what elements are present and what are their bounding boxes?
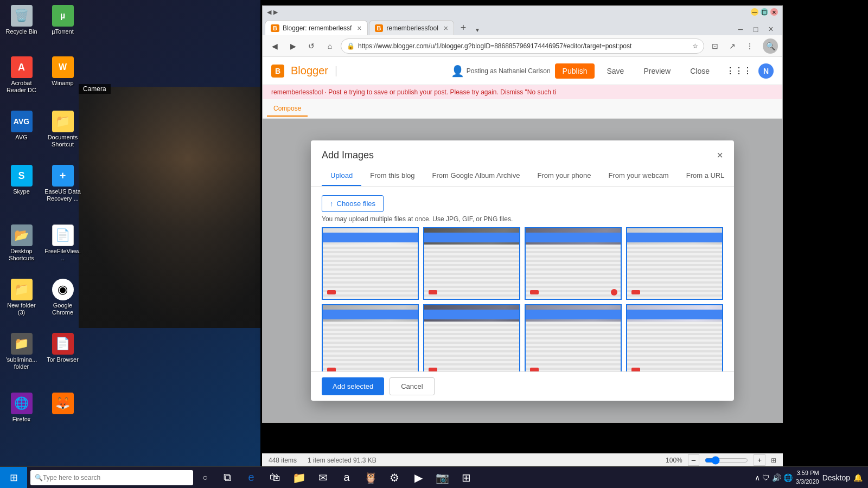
desktop-icon-subliminal[interactable]: 📁 'sublimina... folder (1, 331, 42, 373)
dialog-tab-from-blog[interactable]: From this blog (361, 166, 423, 186)
blogger-divider: | (335, 65, 337, 77)
dialog-tab-upload[interactable]: Upload (322, 166, 361, 186)
image-thumb-8[interactable] (626, 304, 723, 371)
image-thumb-7[interactable] (525, 304, 622, 371)
taskbar-app-unknown2[interactable]: ⊞ (455, 467, 477, 489)
desktop-icon-newfolder[interactable]: 📁 New folder (3) (1, 277, 42, 318)
start-button[interactable]: ⊞ (0, 467, 27, 489)
tab1-close[interactable]: × (357, 24, 361, 33)
address-bar[interactable]: 🔒 ☆ (341, 38, 704, 54)
taskbar-app-tasksview[interactable]: ⧉ (216, 467, 239, 489)
bookmark-icon[interactable]: ☆ (692, 42, 698, 50)
desktop-icon-acrobat[interactable]: A Acrobat Reader DC (1, 54, 42, 96)
cast-button[interactable]: ⊡ (707, 38, 723, 54)
new-tab-button[interactable]: + (455, 20, 471, 35)
close-editor-button[interactable]: Close (682, 63, 717, 79)
home-button[interactable]: ⌂ (322, 38, 337, 54)
compose-tab[interactable]: Compose (267, 101, 308, 117)
zoom-in-button[interactable]: + (754, 454, 765, 466)
image-grid-wrapper[interactable] (311, 227, 734, 371)
image-thumb-2[interactable] (423, 227, 520, 300)
save-button[interactable]: Save (599, 63, 631, 79)
taskbar-app-fileexplorer[interactable]: 📁 (288, 467, 310, 489)
back-button[interactable]: ◀ (267, 38, 282, 54)
cancel-button[interactable]: Cancel (390, 377, 434, 395)
desktop-icon-recycle-bin[interactable]: 🗑️ Recycle Bin (1, 3, 42, 37)
taskbar-app-unknown1[interactable]: ⚙ (383, 467, 406, 489)
desktop-icon-chrome[interactable]: ◉ Google Chrome (42, 277, 83, 318)
dialog-close-button[interactable]: × (717, 149, 723, 162)
search-icon[interactable]: 🔍 (763, 38, 778, 54)
cortana-button[interactable]: ○ (196, 469, 214, 486)
desktop-icon-horus[interactable]: 📄 Tor Browser (42, 331, 83, 365)
newfolder-label: New folder (3) (3, 302, 40, 316)
close-window-button[interactable]: × (770, 8, 778, 16)
systray-network[interactable]: 🌐 (783, 473, 793, 482)
desktop-icon-desktop-shortcuts[interactable]: 📂 Desktop Shortcuts (1, 222, 42, 264)
dialog-tab-google-album[interactable]: From Google Album Archive (424, 166, 529, 186)
add-images-dialog: Add Images × Upload From this blog From … (311, 140, 734, 401)
share-button[interactable]: ↗ (725, 38, 740, 54)
desktop-icon-documents[interactable]: 📁 Documents Shortcut (42, 108, 83, 150)
reload-button[interactable]: ↺ (304, 38, 319, 54)
taskbar-app-media[interactable]: ▶ (407, 467, 430, 489)
zoom-slider[interactable] (705, 456, 748, 465)
dialog-tab-from-url[interactable]: From a URL (678, 166, 733, 186)
desktop-icon-tor[interactable]: 🌐 Firefox (1, 390, 42, 425)
browser-nav-prev[interactable]: ◀ (267, 9, 271, 16)
status-bar-right: 100% – + ⊞ (666, 454, 776, 466)
taskbar-search-input[interactable] (43, 474, 189, 481)
window-close[interactable]: × (764, 23, 778, 35)
forward-button[interactable]: ▶ (285, 38, 301, 54)
apps-grid-icon[interactable]: ⋮⋮⋮ (726, 66, 752, 76)
minimize-button[interactable]: ─ (751, 8, 758, 16)
taskbar-app-store[interactable]: 🛍 (264, 467, 286, 489)
dialog-tab-from-webcam[interactable]: From your webcam (599, 166, 677, 186)
taskbar-app-ie[interactable]: e (240, 467, 263, 489)
image-thumb-5[interactable] (322, 304, 419, 371)
maximize-button[interactable]: □ (761, 8, 768, 16)
tab2-close[interactable]: × (444, 24, 448, 33)
preview-button[interactable]: Preview (636, 63, 678, 79)
choose-files-button[interactable]: ↑ Choose files (322, 195, 384, 212)
view-icons[interactable]: ⊞ (771, 457, 776, 464)
desktop-icon-firefox[interactable]: 🦊 (42, 390, 83, 418)
taskbar-app-amazon[interactable]: a (335, 467, 358, 489)
window-minimize[interactable]: – (733, 23, 748, 35)
browser-nav-next[interactable]: ▶ (273, 9, 278, 16)
camera-preview (79, 87, 260, 328)
acrobat-icon: A (11, 56, 33, 78)
horus-label: Tor Browser (47, 356, 79, 363)
image-thumb-4[interactable] (626, 227, 723, 300)
image-thumb-3[interactable] (525, 227, 622, 300)
image-thumb-6[interactable] (423, 304, 520, 371)
zoom-out-button[interactable]: – (688, 454, 699, 466)
dialog-tab-from-phone[interactable]: From your phone (528, 166, 599, 186)
desktop-icon-easeus[interactable]: + EaseUS Data Recovery ... (42, 163, 83, 204)
tab-blogger-rememberlessf[interactable]: B Blogger: rememberlessf × (265, 20, 368, 35)
desktop-icon-utorrent[interactable]: µ µTorrent (42, 3, 83, 37)
desktop-icon-freefileview[interactable]: 📄 FreeFileView... (42, 222, 83, 264)
image-thumb-1[interactable] (322, 227, 419, 300)
taskbar-search-bar[interactable]: 🔍 (30, 470, 193, 485)
taskbar-app-camera-taskbar[interactable]: 📷 (431, 467, 454, 489)
breadcrumb: rememberlessfool · Post (271, 88, 341, 96)
taskbar-app-mail[interactable]: ✉ (311, 467, 334, 489)
systray-volume[interactable]: 🔊 (772, 473, 781, 482)
window-maximize[interactable]: □ (749, 23, 763, 35)
desktop-icon-skype[interactable]: S Skype (1, 163, 42, 197)
show-desktop-button[interactable]: Desktop (822, 473, 850, 482)
freefileview-label: FreeFileView... (44, 248, 81, 262)
tab-dropdown-button[interactable]: ▼ (473, 25, 482, 35)
more-button[interactable]: ⋮ (742, 38, 757, 54)
desktop-icon-avg[interactable]: AVG AVG (1, 108, 42, 143)
publish-button[interactable]: Publish (555, 63, 595, 79)
notifications-button[interactable]: 🔔 (853, 473, 863, 482)
taskbar-app-tripadvisor[interactable]: 🦉 (359, 467, 382, 489)
systray-show-hidden[interactable]: ∧ (755, 473, 760, 482)
user-avatar[interactable]: N (758, 63, 774, 79)
url-input[interactable] (358, 42, 689, 50)
desktop-icon-winamp[interactable]: W Winamp (42, 54, 83, 89)
tab-rememberlessfool[interactable]: B rememberlessfool × (369, 20, 455, 35)
add-selected-button[interactable]: Add selected (322, 377, 384, 395)
